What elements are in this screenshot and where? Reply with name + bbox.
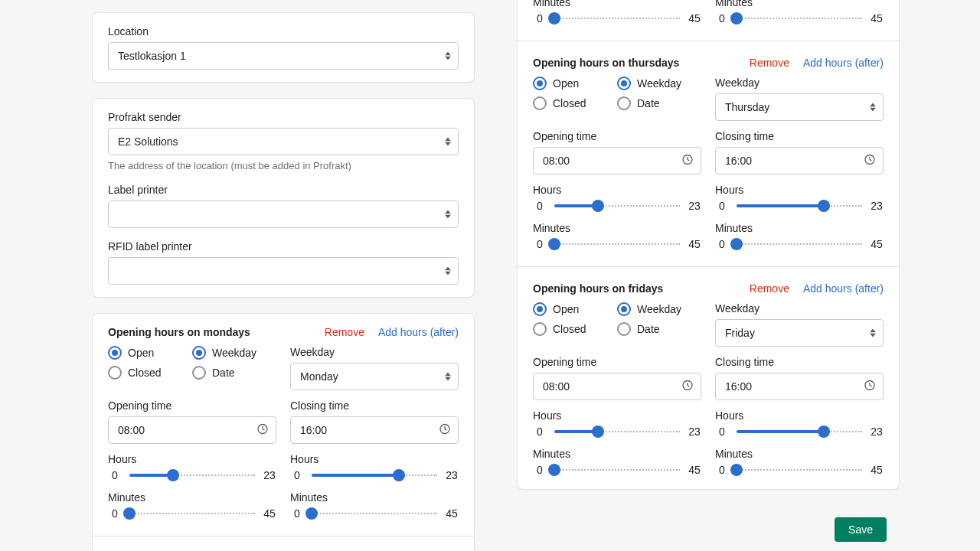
remove-hours-friday[interactable]: Remove: [750, 282, 789, 295]
add-hours-after-thursday[interactable]: Add hours (after): [803, 57, 884, 69]
radio-icon: [617, 77, 631, 90]
radio-date-thursday[interactable]: Date: [617, 96, 701, 110]
closing-label-thursday: Closing time: [715, 130, 884, 142]
closing-hours-slider-friday[interactable]: [737, 425, 862, 439]
weekday-label-thursday: Weekday: [715, 77, 884, 89]
closing-minutes-slider-wednesday-min: 0: [715, 12, 729, 24]
opening-hours-slider-friday[interactable]: [554, 425, 680, 439]
add-hours-after-friday[interactable]: Add hours (after): [803, 282, 884, 295]
opening-time-thursday[interactable]: [533, 147, 701, 174]
weekday-select-thursday[interactable]: Thursday: [715, 93, 884, 121]
opening-minutes-slider-wednesday[interactable]: [554, 11, 680, 25]
weekday-select-friday[interactable]: Friday: [715, 319, 884, 347]
opening-hours-slider-monday-label: Hours: [108, 453, 276, 465]
closing-time-friday[interactable]: [715, 373, 884, 400]
profrakt-sender-select[interactable]: E2 Solutions: [108, 128, 459, 155]
closing-hours-slider-friday-label: Hours: [715, 409, 884, 422]
radio-weekday-thursday[interactable]: Weekday: [617, 77, 701, 90]
opening-hours-slider-monday-min: 0: [108, 469, 122, 481]
radio-closed-thursday[interactable]: Closed: [533, 96, 617, 110]
location-card: Location Testlokasjon 1: [92, 12, 475, 83]
closing-minutes-slider-monday[interactable]: [312, 507, 437, 520]
radio-weekday-monday[interactable]: Weekday: [192, 346, 276, 360]
save-button[interactable]: Save: [835, 517, 887, 542]
label-printer-label: Label printer: [108, 184, 459, 196]
rfid-printer-select[interactable]: [108, 257, 459, 285]
label-printer-select[interactable]: [108, 201, 459, 228]
radio-date-friday[interactable]: Date: [617, 322, 701, 336]
radio-icon: [533, 96, 547, 110]
radio-label: Date: [637, 323, 660, 335]
closing-minutes-slider-monday-min: 0: [290, 507, 304, 520]
closing-minutes-slider-thursday-max: 45: [870, 238, 884, 250]
closing-minutes-slider-friday-label: Minutes: [715, 448, 884, 460]
closing-hours-slider-thursday-max: 23: [870, 200, 884, 212]
divider: [518, 266, 899, 267]
closing-time-thursday[interactable]: [715, 147, 884, 174]
divider: [518, 41, 899, 41]
add-hours-after-monday[interactable]: Add hours (after): [378, 326, 459, 338]
radio-icon: [192, 346, 206, 360]
radio-label: Open: [128, 347, 154, 359]
opening-hours-slider-thursday-min: 0: [533, 200, 547, 212]
radio-weekday-friday[interactable]: Weekday: [617, 302, 701, 316]
radio-date-monday[interactable]: Date: [192, 366, 276, 380]
opening-time-monday[interactable]: [108, 416, 276, 444]
radio-label: Date: [637, 97, 660, 109]
opening-minutes-slider-thursday[interactable]: [554, 237, 680, 251]
opening-time-friday[interactable]: [533, 373, 701, 400]
closing-hours-slider-thursday[interactable]: [737, 199, 862, 213]
remove-hours-monday[interactable]: Remove: [325, 326, 364, 338]
radio-closed-monday[interactable]: Closed: [108, 366, 192, 380]
radio-icon: [617, 322, 631, 336]
opening-minutes-slider-wednesday-min: 0: [533, 12, 547, 24]
opening-minutes-slider-friday-min: 0: [533, 464, 547, 476]
radio-open-thursday[interactable]: Open: [533, 77, 617, 90]
divider: [93, 536, 474, 536]
opening-hours-slider-thursday[interactable]: [554, 199, 680, 213]
closing-minutes-slider-thursday[interactable]: [737, 237, 862, 251]
opening-minutes-slider-monday-label: Minutes: [108, 491, 276, 504]
opening-minutes-slider-monday[interactable]: [129, 507, 255, 520]
radio-label: Date: [212, 367, 235, 379]
opening-hours-slider-thursday-label: Hours: [533, 184, 701, 196]
location-select[interactable]: Testlokasjon 1: [108, 42, 459, 70]
weekday-select-monday[interactable]: Monday: [290, 363, 459, 390]
opening-hours-slider-friday-max: 23: [688, 425, 701, 438]
closing-minutes-slider-friday-min: 0: [715, 464, 729, 476]
closing-hours-slider-monday[interactable]: [312, 468, 437, 482]
opening-minutes-slider-thursday-label: Minutes: [533, 222, 701, 234]
closing-minutes-slider-wednesday[interactable]: [737, 11, 862, 25]
opening-hours-slider-monday-max: 23: [263, 469, 276, 481]
opening-minutes-slider-friday-max: 45: [688, 464, 701, 476]
radio-open-monday[interactable]: Open: [108, 346, 192, 360]
closing-minutes-slider-wednesday-max: 45: [870, 12, 884, 24]
closing-time-monday[interactable]: [290, 416, 459, 444]
opening-hours-slider-monday[interactable]: [129, 468, 255, 482]
radio-icon: [533, 302, 547, 316]
hours-card-right: Hours 0 23 Minutes 0 45: [517, 0, 900, 490]
closing-hours-slider-monday-label: Hours: [290, 453, 459, 465]
radio-open-friday[interactable]: Open: [533, 302, 617, 316]
opening-label-monday: Opening time: [108, 399, 276, 412]
closing-minutes-slider-thursday-label: Minutes: [715, 222, 884, 234]
radio-label: Closed: [553, 97, 586, 109]
closing-minutes-slider-friday-max: 45: [870, 464, 884, 476]
opening-minutes-slider-thursday-max: 45: [688, 238, 701, 250]
opening-minutes-slider-wednesday-max: 45: [688, 12, 701, 24]
radio-icon: [533, 77, 547, 90]
closing-minutes-slider-monday-label: Minutes: [290, 491, 459, 504]
radio-closed-friday[interactable]: Closed: [533, 322, 617, 336]
opening-minutes-slider-friday[interactable]: [554, 463, 680, 477]
closing-minutes-slider-friday[interactable]: [737, 463, 862, 477]
opening-hours-slider-friday-min: 0: [533, 425, 547, 438]
radio-label: Closed: [553, 323, 586, 335]
radio-icon: [192, 366, 206, 380]
radio-icon: [533, 322, 547, 336]
radio-label: Weekday: [212, 347, 256, 359]
radio-label: Closed: [128, 367, 162, 379]
remove-hours-thursday[interactable]: Remove: [750, 57, 789, 69]
closing-minutes-slider-thursday-min: 0: [715, 238, 729, 250]
hours-title-thursday: Opening hours on thursdays: [533, 57, 679, 69]
closing-hours-slider-thursday-min: 0: [715, 200, 729, 212]
